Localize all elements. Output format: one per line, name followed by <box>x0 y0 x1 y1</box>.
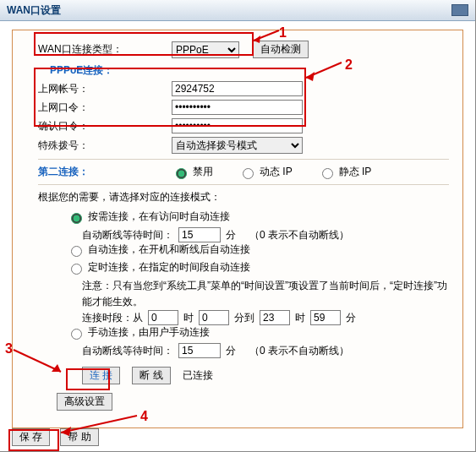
advanced-row: 高级设置 <box>57 393 449 411</box>
mode-auto-radio[interactable] <box>71 246 82 257</box>
pppoe-section-title: PPPoE连接： <box>50 63 449 78</box>
divider <box>38 159 449 160</box>
mode-manual[interactable]: 手动连接，由用户手动连接 <box>67 325 449 340</box>
second-conn-title: 第二连接： <box>38 165 172 179</box>
account-label: 上网帐号： <box>38 82 172 96</box>
manual-idle-unit: 分 <box>226 344 236 358</box>
divider <box>38 184 449 185</box>
wan-type-label: WAN口连接类型： <box>38 42 172 57</box>
mode-auto-label: 自动连接，在开机和断线后自动连接 <box>88 242 250 257</box>
help-button[interactable]: 帮 助 <box>60 428 98 446</box>
panel: WAN口连接类型： PPPoE 自动检测 PPPoE连接： 上网帐号： 上网口令… <box>12 30 463 428</box>
timed-note: 注意：只有当您到“系统工具”菜单的“时间设置”项设置了当前时间后，“定时连接”功… <box>82 278 454 310</box>
mode-manual-label: 手动连接，由用户手动连接 <box>88 325 210 340</box>
ondemand-idle-label: 自动断线等待时间： <box>82 228 173 242</box>
password-input[interactable] <box>172 100 303 115</box>
connect-row: 连 接 断 线 已连接 <box>82 367 449 384</box>
mode-manual-radio[interactable] <box>71 329 82 340</box>
connection-status: 已连接 <box>183 368 213 383</box>
second-conn-row: 第二连接： 禁用 动态 IP 静态 IP <box>38 165 449 179</box>
mode-timed[interactable]: 定时连接，在指定的时间段自动连接 <box>67 260 449 275</box>
timed-m2-unit: 分 <box>346 311 356 325</box>
mode-timed-radio[interactable] <box>71 264 82 275</box>
ondemand-idle-note: （0 表示不自动断线） <box>249 228 349 242</box>
special-dial-row: 特殊拨号： 自动选择拨号模式 <box>38 137 449 154</box>
wan-type-select[interactable]: PPPoE <box>172 41 239 58</box>
titlebar: WAN口设置 <box>0 0 475 21</box>
mode-auto[interactable]: 自动连接，在开机和断线后自动连接 <box>67 242 449 257</box>
wan-settings-window: WAN口设置 WAN口连接类型： PPPoE 自动检测 PPPoE连接： 上网帐… <box>0 0 476 452</box>
password-row: 上网口令： <box>38 100 449 115</box>
manual-idle-note: （0 表示不自动断线） <box>249 344 349 358</box>
footer: 保 存 帮 助 <box>12 428 99 446</box>
connect-button[interactable]: 连 接 <box>82 367 120 384</box>
ondemand-idle-unit: 分 <box>226 228 236 242</box>
second-staticip-radio[interactable] <box>322 168 333 179</box>
mode-ondemand-radio[interactable] <box>71 213 82 224</box>
content: WAN口连接类型： PPPoE 自动检测 PPPoE连接： 上网帐号： 上网口令… <box>13 30 462 419</box>
second-dynip[interactable]: 动态 IP <box>238 165 293 179</box>
timed-period-pre: 连接时段：从 <box>82 311 143 325</box>
titlebar-icon <box>451 4 468 16</box>
timed-h2-unit: 时 <box>295 311 305 325</box>
window-title: WAN口设置 <box>7 3 61 18</box>
account-input[interactable] <box>172 81 303 96</box>
second-disable-label: 禁用 <box>193 165 213 179</box>
timed-h1-unit: 时 <box>183 311 194 325</box>
mode-intro: 根据您的需要，请选择对应的连接模式： <box>38 190 449 204</box>
second-staticip-label: 静态 IP <box>339 165 372 179</box>
account-row: 上网帐号： <box>38 81 449 96</box>
second-disable[interactable]: 禁用 <box>172 165 213 179</box>
mode-ondemand-label: 按需连接，在有访问时自动连接 <box>88 210 230 224</box>
confirm-row: 确认口令： <box>38 118 449 133</box>
second-dynip-radio[interactable] <box>243 168 254 179</box>
ondemand-idle-row: 自动断线等待时间： 分 （0 表示不自动断线） <box>82 227 449 242</box>
wan-type-row: WAN口连接类型： PPPoE 自动检测 <box>38 41 449 58</box>
mode-timed-label: 定时连接，在指定的时间段自动连接 <box>88 260 250 275</box>
save-button[interactable]: 保 存 <box>12 428 50 446</box>
timed-m2-input[interactable] <box>310 310 341 325</box>
confirm-label: 确认口令： <box>38 119 172 133</box>
timed-h2-input[interactable] <box>260 310 290 325</box>
timed-m1-input[interactable] <box>199 310 229 325</box>
password-label: 上网口令： <box>38 101 172 115</box>
timed-to: 分到 <box>234 311 254 325</box>
manual-idle-label: 自动断线等待时间： <box>82 344 173 358</box>
confirm-input[interactable] <box>172 118 303 133</box>
special-dial-select[interactable]: 自动选择拨号模式 <box>172 137 303 154</box>
ondemand-idle-input[interactable] <box>178 227 221 242</box>
disconnect-button[interactable]: 断 线 <box>132 367 170 384</box>
second-dynip-label: 动态 IP <box>260 165 293 179</box>
manual-idle-row: 自动断线等待时间： 分 （0 表示不自动断线） <box>82 343 449 358</box>
timed-period-row: 连接时段：从 时 分到 时 分 <box>82 310 449 325</box>
auto-detect-button[interactable]: 自动检测 <box>253 41 309 58</box>
special-dial-label: 特殊拨号： <box>38 139 172 153</box>
manual-idle-input[interactable] <box>178 343 221 358</box>
advanced-button[interactable]: 高级设置 <box>57 393 112 411</box>
second-disable-radio[interactable] <box>176 168 187 179</box>
timed-h1-input[interactable] <box>148 310 178 325</box>
mode-ondemand[interactable]: 按需连接，在有访问时自动连接 <box>67 210 449 224</box>
second-staticip[interactable]: 静态 IP <box>318 165 372 179</box>
